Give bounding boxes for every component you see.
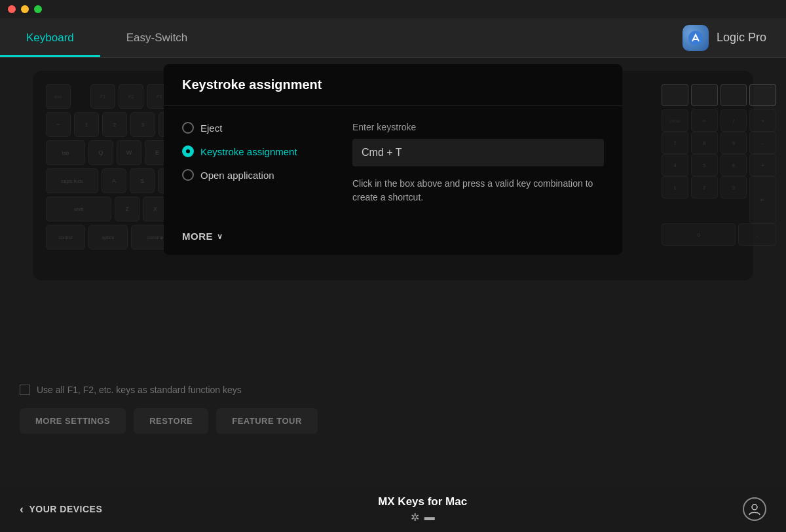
device-icons: ✲ ▬ <box>102 511 743 523</box>
radio-eject[interactable]: Eject <box>182 122 326 134</box>
radio-open-app[interactable]: Open application <box>182 169 326 181</box>
radio-eject-circle <box>182 122 194 134</box>
radio-open-app-circle <box>182 169 194 181</box>
back-button[interactable]: ‹ YOUR DEVICES <box>20 503 102 516</box>
enter-keystroke-label: Enter keystroke <box>352 122 604 132</box>
main-content: esc F1 F2 F3 F4 F5 F6 F7 F8 F9 F10 F11 F… <box>0 58 786 486</box>
radio-eject-label: Eject <box>200 123 222 134</box>
app-info: Logic Pro <box>683 18 786 57</box>
tab-keyboard[interactable]: Keyboard <box>0 18 100 57</box>
battery-icon: ▬ <box>424 511 435 523</box>
tab-easy-switch[interactable]: Easy-Switch <box>100 18 214 57</box>
modal-footer: MORE ∨ <box>164 220 622 255</box>
app-icon <box>683 25 709 51</box>
keystroke-hint: Click in the box above and press a valid… <box>352 177 604 204</box>
bluetooth-icon: ✲ <box>411 511 419 523</box>
device-info: MX Keys for Mac ✲ ▬ <box>102 495 743 523</box>
radio-keystroke[interactable]: Keystroke assignment <box>182 145 326 157</box>
modal-body: Eject Keystroke assignment Open applicat… <box>164 106 622 220</box>
title-bar <box>0 0 786 18</box>
tab-bar: Keyboard Easy-Switch Logic Pro <box>0 18 786 58</box>
keystroke-modal: Keystroke assignment Eject Keystroke ass… <box>164 64 622 255</box>
profile-button[interactable] <box>743 497 766 521</box>
fullscreen-button[interactable] <box>34 5 42 13</box>
radio-open-app-label: Open application <box>200 170 274 181</box>
svg-point-2 <box>752 504 757 510</box>
keystroke-input[interactable] <box>352 139 604 166</box>
back-label: YOUR DEVICES <box>29 504 103 514</box>
keystroke-input-area: Enter keystroke Click in the box above a… <box>352 122 604 204</box>
close-button[interactable] <box>8 5 16 13</box>
more-button[interactable]: MORE ∨ <box>182 231 604 242</box>
radio-keystroke-label: Keystroke assignment <box>200 146 297 157</box>
status-bar: ‹ YOUR DEVICES MX Keys for Mac ✲ ▬ <box>0 486 786 532</box>
modal-header: Keystroke assignment <box>164 64 622 106</box>
app-label: Logic Pro <box>717 31 766 45</box>
modal-overlay: Keystroke assignment Eject Keystroke ass… <box>0 58 786 486</box>
radio-options: Eject Keystroke assignment Open applicat… <box>182 122 326 204</box>
modal-title: Keystroke assignment <box>182 77 604 92</box>
radio-keystroke-circle <box>182 145 194 157</box>
back-chevron-icon: ‹ <box>20 503 24 516</box>
device-name: MX Keys for Mac <box>102 495 743 508</box>
minimize-button[interactable] <box>21 5 29 13</box>
svg-point-0 <box>688 31 703 45</box>
